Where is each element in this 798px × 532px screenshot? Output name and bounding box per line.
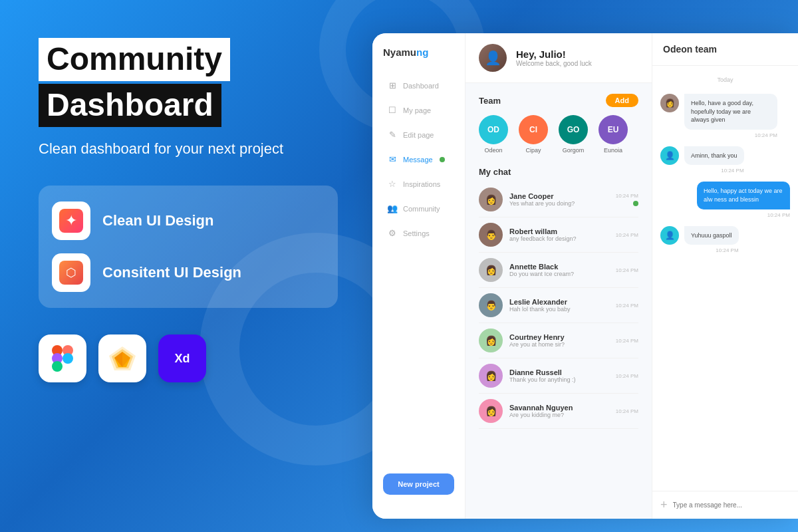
- chat-preview-1: any feedback for design?: [509, 235, 609, 242]
- dash-header: 👤 Hey, Julio! Welcome back, good luck: [466, 33, 652, 83]
- feature-icon-1: ✦: [52, 201, 90, 240]
- subtitle: Clean dashboard for your next project: [39, 139, 338, 160]
- header-text: Hey, Julio! Welcome back, good luck: [516, 49, 592, 67]
- sidebar-label-community: Community: [403, 205, 440, 213]
- editpage-icon: ✎: [387, 130, 398, 140]
- sidebar-label-settings: Settings: [403, 229, 430, 237]
- feature-item-1: ✦ Clean UI Design: [52, 201, 325, 240]
- msg-text-2: Hello, happy act today we are alw ness a…: [704, 187, 783, 203]
- chat-info-0: Jane Cooper Yes what are you doing?: [509, 192, 609, 207]
- chat-info-3: Leslie Alexander Hah lol thank you baby: [509, 298, 609, 313]
- chat-time-1: 10:24 PM: [616, 232, 638, 238]
- msg-bubble-3: Yuhuuu gaspoll: [684, 226, 739, 245]
- msg-time-3: 10:24 PM: [684, 247, 739, 253]
- chat-name-1: Robert willam: [509, 227, 609, 235]
- chat-preview-2: Do you want Ice cream?: [509, 271, 609, 277]
- sidebar-item-community[interactable]: 👥 Community: [376, 197, 461, 220]
- sidebar-nav: ⊞ Dashboard ☐ My page ✎ Edit page ✉ Mess…: [372, 74, 465, 463]
- msg-avatar-3: 👤: [660, 226, 679, 245]
- sidebar-item-settings[interactable]: ⚙ Settings: [376, 221, 461, 245]
- content-area: Team Add OD Odeon CI Cipay GO Gorgom EU: [466, 83, 652, 519]
- msg-avatar-1: 👤: [660, 146, 679, 165]
- chat-item-0[interactable]: 👩 Jane Cooper Yes what are you doing? 10…: [479, 182, 638, 217]
- chat-meta-5: 10:24 PM: [616, 373, 638, 379]
- msg-time-1: 10:24 PM: [684, 168, 744, 174]
- chat-preview-5: Thank you for anything :): [509, 376, 609, 383]
- greeting-text: Hey, Julio!: [516, 49, 592, 60]
- sidebar-label-editpage: Edit page: [403, 131, 434, 139]
- feature-icon-2: ⬡: [52, 253, 90, 292]
- message-icon: ✉: [387, 154, 398, 164]
- chat-item-3[interactable]: 👨 Leslie Alexander Hah lol thank you bab…: [479, 288, 638, 323]
- layers-icon: ⬡: [59, 261, 83, 285]
- team-avatars: OD Odeon CI Cipay GO Gorgom EU Eunoia: [479, 115, 638, 154]
- team-title: Team: [479, 96, 501, 106]
- inspirations-icon: ☆: [387, 179, 398, 189]
- sidebar-label-dashboard: Dashboard: [403, 82, 439, 90]
- sidebar-item-dashboard[interactable]: ⊞ Dashboard: [376, 74, 461, 97]
- messages-input-area: +: [652, 491, 798, 519]
- team-member-0: OD Odeon: [479, 115, 508, 154]
- figma-icon-tool[interactable]: [39, 334, 86, 382]
- sidebar-item-editpage[interactable]: ✎ Edit page: [376, 123, 461, 146]
- feature-label-2: Consitent UI Design: [102, 264, 241, 281]
- chat-info-4: Courtney Henry Are you at home sir?: [509, 333, 609, 348]
- msg-time-0: 10:24 PM: [684, 132, 777, 138]
- day-label: Today: [660, 76, 790, 83]
- chat-time-0: 10:24 PM: [616, 193, 638, 199]
- feature-cards: ✦ Clean UI Design ⬡ Consitent UI Design: [39, 186, 338, 308]
- chat-name-3: Leslie Alexander: [509, 298, 609, 306]
- chat-avatar-1: 👨: [479, 223, 503, 247]
- msg-bubble-0: Hello, have a good day, hopefully today …: [684, 94, 777, 130]
- chat-list: 👩 Jane Cooper Yes what are you doing? 10…: [479, 182, 638, 429]
- chat-name-5: Dianne Russell: [509, 368, 609, 376]
- chat-meta-3: 10:24 PM: [616, 303, 638, 309]
- chat-info-1: Robert willam any feedback for design?: [509, 227, 609, 242]
- chat-item-5[interactable]: 👩 Dianne Russell Thank you for anything …: [479, 358, 638, 394]
- msg-item-0: 👩 Hello, have a good day, hopefully toda…: [660, 94, 790, 138]
- chat-meta-6: 10:24 PM: [616, 408, 638, 414]
- chat-avatar-2: 👩: [479, 258, 503, 282]
- xd-icon-tool[interactable]: Xd: [158, 334, 206, 382]
- new-project-button[interactable]: New project: [383, 473, 454, 495]
- sidebar-item-mypage[interactable]: ☐ My page: [376, 98, 461, 122]
- team-avatar-2: GO: [559, 115, 588, 144]
- msg-block-3: Yuhuuu gaspoll 10:24 PM: [684, 226, 739, 254]
- msg-text-1: Aminn, thank you: [691, 152, 737, 160]
- msg-item-2: Hello, happy act today we are alw ness a…: [660, 182, 790, 217]
- chat-item-2[interactable]: 👩 Annette Black Do you want Ice cream? 1…: [479, 253, 638, 288]
- chat-item-1[interactable]: 👨 Robert willam any feedback for design?…: [479, 217, 638, 253]
- feature-item-2: ⬡ Consitent UI Design: [52, 253, 325, 292]
- add-attachment-icon[interactable]: +: [660, 498, 668, 512]
- team-name-3: Eunoia: [604, 147, 622, 154]
- main-content: 👤 Hey, Julio! Welcome back, good luck Te…: [466, 33, 652, 519]
- svg-point-4: [63, 353, 73, 364]
- settings-icon: ⚙: [387, 228, 398, 238]
- messages-body: Today 👩 Hello, have a good day, hopefull…: [652, 66, 798, 491]
- team-member-1: CI Cipay: [519, 115, 548, 154]
- chat-item-4[interactable]: 👩 Courtney Henry Are you at home sir? 10…: [479, 323, 638, 358]
- sketch-icon-tool[interactable]: [98, 334, 146, 382]
- team-name-0: Odeon: [484, 147, 502, 154]
- team-name-1: Cipay: [525, 147, 541, 154]
- chat-time-2: 10:24 PM: [616, 267, 638, 273]
- chat-name-6: Savannah Nguyen: [509, 404, 609, 412]
- online-dot-0: [633, 201, 638, 206]
- chat-name-4: Courtney Henry: [509, 333, 609, 341]
- chat-avatar-3: 👨: [479, 293, 503, 317]
- messages-header: Odeon team: [652, 33, 798, 66]
- team-section-header: Team Add: [479, 94, 638, 107]
- add-team-button[interactable]: Add: [606, 94, 638, 107]
- chat-info-5: Dianne Russell Thank you for anything :): [509, 368, 609, 383]
- dashboard-container: Nyamung ⊞ Dashboard ☐ My page ✎ Edit pag…: [372, 33, 798, 519]
- message-input[interactable]: [673, 501, 790, 509]
- sidebar-item-inspirations[interactable]: ☆ Inspirations: [376, 172, 461, 196]
- sidebar-label-message: Message: [403, 156, 433, 164]
- header-subtitle: Welcome back, good luck: [516, 60, 592, 67]
- spark-icon: ✦: [59, 209, 83, 233]
- sidebar-item-message[interactable]: ✉ Message: [376, 148, 461, 171]
- chat-item-6[interactable]: 👩 Savannah Nguyen Are you kidding me? 10…: [479, 394, 638, 429]
- logo-highlight: ng: [416, 47, 428, 58]
- chat-avatar-5: 👩: [479, 364, 503, 388]
- chat-preview-0: Yes what are you doing?: [509, 200, 609, 207]
